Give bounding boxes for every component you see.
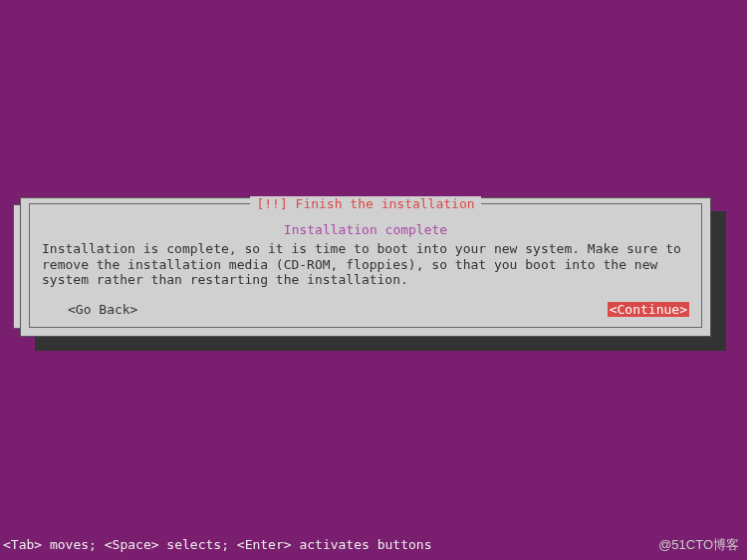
continue-button[interactable]: <Continue> bbox=[608, 302, 689, 317]
background-panel-edge bbox=[13, 204, 20, 329]
go-back-button[interactable]: <Go Back> bbox=[66, 302, 139, 317]
footer-help-text: <Tab> moves; <Space> selects; <Enter> ac… bbox=[3, 537, 431, 552]
dialog-subtitle: Installation complete bbox=[30, 222, 701, 237]
watermark-text: @51CTO博客 bbox=[658, 536, 739, 554]
dialog-title-wrap: [!!] Finish the installation bbox=[30, 196, 701, 211]
dialog-title: [!!] Finish the installation bbox=[250, 196, 480, 211]
dialog-body-text: Installation is complete, so it is time … bbox=[30, 237, 701, 288]
dialog-frame: [!!] Finish the installation Installatio… bbox=[29, 203, 702, 328]
installer-dialog: [!!] Finish the installation Installatio… bbox=[20, 197, 711, 337]
dialog-button-row: <Go Back> <Continue> bbox=[42, 302, 689, 317]
